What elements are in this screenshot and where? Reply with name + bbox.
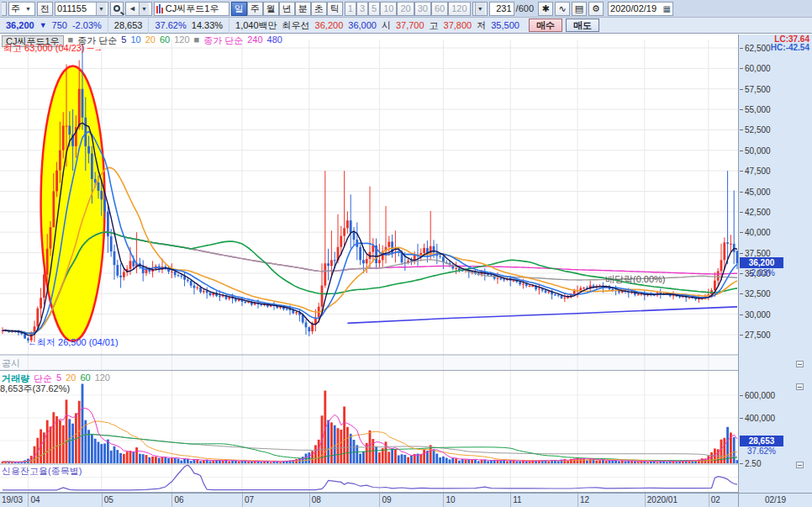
price-axis-label: 27,500 [739,330,771,340]
save-icon[interactable]: ▤ [572,2,587,16]
month-tick [28,494,29,507]
volume-axis-label: 400,000 [739,414,775,423]
period-tab-0[interactable]: 일 [231,2,247,16]
best-label: 최우선 [282,19,310,32]
period-tab-6[interactable]: 틱 [327,2,343,16]
open-price: 37,700 [396,20,424,30]
gongsi-strip [0,356,738,370]
month-tick [171,494,172,507]
high-price: 37,800 [444,20,472,30]
trade-value: 1,040백만 [235,19,277,32]
ex-dividend-annotation: 배당락(0.00%) [605,273,666,286]
date-field[interactable]: 2020/02/19▦ [608,2,673,16]
price-axis-panel[interactable]: LC:37.64 HC:-42.54 62,50060,00057,50055,… [738,34,812,493]
best-ask: 36,200 [315,20,344,30]
calendar-icon: ▦ [663,4,671,13]
price-axis-label: 32,500 [739,289,771,298]
month-label: 02 [711,495,720,504]
price-axis-label: 55,000 [739,105,771,114]
stock-name-field[interactable]: CJ씨푸드1우 [154,2,229,16]
minute-button-20[interactable]: 20 [397,2,414,16]
settings-icon[interactable]: ⚙ [588,2,604,16]
legend-item: ■ [194,34,200,47]
period-tabs: 일주월년분초틱 [231,2,343,16]
month-label: 2020/01 [647,495,678,504]
compare-icon[interactable]: ✱ [538,2,553,16]
period-tab-3[interactable]: 년 [279,2,295,16]
interval-select[interactable]: ▼ [472,2,488,16]
bar-count-input[interactable]: 231 [489,2,514,16]
minute-button-60[interactable]: 60 [431,2,448,16]
period-tab-1[interactable]: 주 [247,2,263,16]
price-axis-label: 30,000 [739,310,771,320]
period-tab-5[interactable]: 초 [311,2,327,16]
trendline-icon[interactable]: ∿ [555,2,570,16]
time-axis[interactable]: 19/030405060708091011122020/0102 [0,493,738,507]
month-tick [645,494,646,507]
month-tick [510,494,511,507]
month-tick [309,494,310,507]
month-tick [379,494,380,507]
volume-ratio: 37.62% [155,20,186,30]
month-label: 08 [312,495,321,504]
pane-collapse-icon[interactable] [796,462,804,468]
chevron-down-icon: ▼ [24,3,33,15]
sell-button[interactable]: 매도 [566,18,599,32]
month-label: 10 [446,495,455,504]
legend-item: 종가 단순 [203,34,243,47]
bar-total-label: /600 [516,3,534,13]
month-label: 19/03 [2,495,23,504]
pane-collapse-icon[interactable] [796,383,804,390]
month-label: 11 [513,495,521,504]
price-axis-label: 52,500 [739,125,771,135]
last-date-label: 02/19 [738,493,812,507]
month-label: 12 [580,495,589,504]
price-change-pct: -2.03% [72,20,102,30]
high-label: 고 [430,19,439,32]
period-tab-4[interactable]: 분 [295,2,311,16]
minute-button-30[interactable]: 30 [414,2,431,16]
low-label: 저 [477,19,486,32]
price-axis-label: 62,500 [739,44,771,53]
stock-code-input[interactable]: 011155▼ [55,2,108,16]
minute-button-5[interactable]: 5 [368,2,380,16]
volume-current-text: 8,653주(37.62%) [0,383,70,395]
speaker-icon: ◄ [129,3,136,15]
buy-button[interactable]: 매수 [529,18,562,32]
speaker-button[interactable]: ◄▼ [125,2,152,16]
price-change: 750 [52,20,67,30]
current-volume-pct: 37.62% [740,446,783,456]
period-select[interactable]: 주▼ [8,2,35,16]
ma-480-line [347,307,737,324]
cut-button[interactable] [2,2,7,16]
month-tick [577,494,578,507]
price-axis-label: 50,000 [739,146,771,156]
chevron-down-icon: ▼ [139,3,149,15]
minute-button-10[interactable]: 10 [380,2,397,16]
chart-plot-area[interactable] [0,0,738,507]
price-axis-label: 40,000 [739,228,771,237]
minute-button-1[interactable]: 1 [345,2,356,16]
price-axis-label: 45,000 [739,187,771,197]
current-volume-box: 28,653 [740,436,783,446]
chart-window: 주▼ 전 011155▼ ◄▼ CJ씨푸드1우 일주월년분초틱 13510203… [0,0,812,507]
minute-button-120[interactable]: 120 [448,2,470,16]
pane-collapse-icon[interactable] [796,361,804,367]
minute-button-3[interactable]: 3 [356,2,368,16]
month-tick [443,494,444,507]
candle-chart-icon [156,4,163,13]
current-price: 36,200 [6,20,34,30]
search-icon [113,5,120,12]
legend-item: 60 [160,34,170,47]
open-label: 시 [382,19,391,32]
current-price-box: 36,200 [740,257,783,268]
period-tab-2[interactable]: 월 [263,2,279,16]
month-label: 06 [174,495,183,504]
search-button[interactable] [110,2,124,16]
turnover-ratio: 14.33% [192,20,223,30]
credit-pane-label: 신용잔고율(종목별) [2,465,82,478]
volume-value: 28,653 [114,20,143,30]
month-label: 05 [104,495,113,504]
jeon-button[interactable]: 전 [37,2,53,16]
legend-item: 5 [121,34,126,47]
